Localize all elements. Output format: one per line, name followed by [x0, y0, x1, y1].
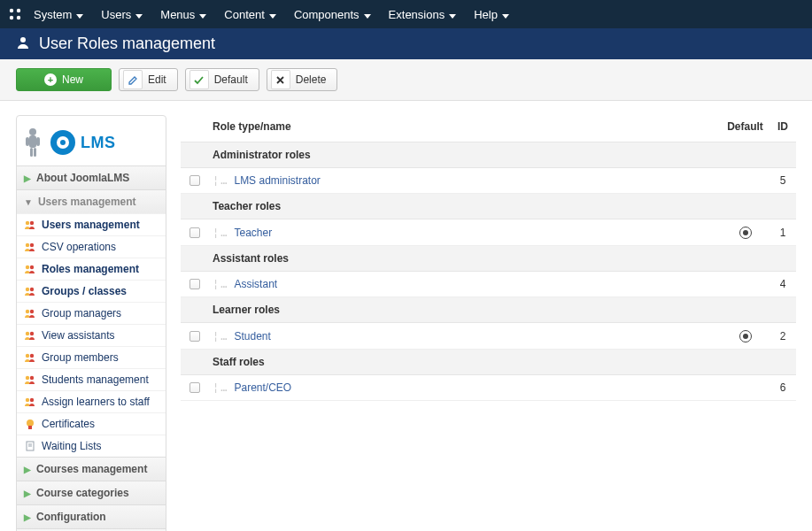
new-button-label: New	[62, 73, 83, 86]
row-id-cell: 2	[769, 330, 796, 342]
role-name-link[interactable]: Teacher	[234, 227, 272, 239]
joomla-icon[interactable]	[7, 6, 23, 22]
row-default-cell	[721, 226, 769, 239]
sidebar-section[interactable]: ▶Course categories	[17, 481, 166, 504]
page-title: User Roles management	[39, 35, 215, 53]
sidebar-item[interactable]: Users management	[17, 213, 166, 235]
sidebar-item-label: Students management	[42, 373, 149, 386]
svg-point-1	[17, 9, 20, 12]
nav-item-components[interactable]: Components	[294, 8, 371, 21]
svg-point-28	[30, 398, 34, 402]
triangle-icon: ▶	[24, 465, 31, 474]
default-indicator-icon[interactable]	[739, 330, 752, 342]
svg-point-21	[26, 332, 29, 335]
table-row: ¦…Assistant4	[181, 272, 796, 297]
default-button[interactable]: Default	[185, 68, 259, 91]
nav-item-content[interactable]: Content	[224, 8, 276, 21]
caret-down-icon	[199, 8, 206, 21]
role-name-link[interactable]: Parent/CEO	[234, 381, 291, 394]
col-name-header[interactable]: Role type/name	[213, 120, 721, 133]
row-default-cell	[721, 329, 769, 342]
triangle-icon: ▼	[24, 197, 33, 207]
users-icon	[24, 330, 36, 341]
sidebar-section[interactable]: ▶About JoomlaLMS	[17, 165, 166, 189]
sidebar-item-label: Group members	[42, 351, 119, 364]
logo-text: LMS	[81, 134, 116, 152]
sidebar-item[interactable]: CSV operations	[17, 235, 166, 258]
row-checkbox[interactable]	[189, 331, 200, 342]
sidebar-section-label: Courses management	[36, 463, 147, 475]
svg-point-13	[26, 243, 29, 247]
plus-icon: +	[44, 73, 57, 86]
default-indicator-icon[interactable]	[739, 227, 752, 239]
svg-point-12	[30, 221, 34, 225]
nav-item-help[interactable]: Help	[474, 8, 509, 21]
row-checkbox[interactable]	[189, 382, 200, 393]
delete-button[interactable]: Delete	[267, 68, 338, 91]
row-checkbox[interactable]	[189, 175, 200, 186]
svg-point-11	[26, 221, 29, 225]
delete-icon	[271, 70, 290, 89]
tree-indent-icon: ¦…	[213, 227, 228, 239]
row-checkbox[interactable]	[189, 279, 200, 289]
sidebar-item-label: Users management	[42, 219, 140, 231]
sidebar-item[interactable]: View assistants	[17, 324, 166, 346]
tree-indent-icon: ¦…	[213, 330, 228, 342]
sidebar-section-label: Configuration	[36, 511, 106, 523]
table-group-row: Assistant roles	[181, 246, 796, 272]
nav-item-label: Help	[474, 8, 498, 21]
sidebar-item-label: View assistants	[42, 329, 114, 342]
sidebar-item[interactable]: Assign learners to staff	[17, 390, 166, 412]
triangle-icon: ▶	[24, 173, 31, 183]
caret-down-icon	[76, 8, 83, 21]
svg-point-19	[26, 310, 29, 313]
user-icon	[16, 35, 30, 53]
svg-point-15	[26, 266, 29, 269]
sidebar-section[interactable]: ▶Configuration	[17, 504, 166, 528]
svg-point-27	[26, 398, 29, 402]
role-name-link[interactable]: Student	[234, 330, 270, 342]
row-checkbox[interactable]	[189, 227, 200, 238]
doc-icon	[24, 441, 36, 451]
caret-down-icon	[449, 8, 456, 21]
sidebar-section[interactable]: ▶Courses management	[17, 457, 166, 481]
cert-icon	[24, 419, 36, 429]
edit-button[interactable]: Edit	[119, 68, 178, 91]
table-row: ¦…Teacher1	[181, 219, 796, 246]
nav-item-extensions[interactable]: Extensions	[389, 8, 457, 21]
users-icon	[24, 396, 36, 407]
top-nav: SystemUsersMenusContentComponentsExtensi…	[0, 0, 812, 28]
sidebar-section-label: Users management	[38, 196, 136, 208]
new-button[interactable]: + New	[16, 68, 112, 91]
role-name-link[interactable]: Assistant	[234, 278, 277, 290]
svg-point-0	[10, 9, 13, 12]
nav-item-label: Components	[294, 8, 360, 21]
table-header: Role type/name Default ID	[181, 115, 796, 142]
main-content: Role type/name Default ID Administrator …	[181, 115, 796, 401]
sidebar-item[interactable]: Roles management	[17, 258, 166, 280]
col-id-header[interactable]: ID	[769, 120, 796, 133]
sidebar-item[interactable]: Students management	[17, 368, 166, 390]
sidebar-item[interactable]: Groups / classes	[17, 280, 166, 302]
sidebar-item[interactable]: Waiting Lists	[17, 435, 166, 457]
edit-button-label: Edit	[148, 73, 166, 86]
role-name-link[interactable]: LMS administrator	[234, 174, 320, 187]
svg-point-18	[30, 288, 34, 291]
nav-item-users[interactable]: Users	[101, 8, 143, 21]
users-icon	[24, 352, 36, 363]
users-icon	[24, 308, 36, 319]
nav-item-label: Menus	[160, 8, 195, 21]
sidebar-item[interactable]: Certificates	[17, 412, 166, 435]
svg-rect-9	[30, 148, 33, 157]
tree-indent-icon: ¦…	[213, 278, 228, 290]
nav-item-menus[interactable]: Menus	[160, 8, 206, 21]
nav-item-system[interactable]: System	[34, 8, 83, 21]
sidebar-item[interactable]: Group managers	[17, 302, 166, 324]
col-default-header[interactable]: Default	[721, 120, 769, 133]
users-icon	[24, 242, 36, 252]
svg-rect-30	[28, 426, 32, 429]
table-row: ¦…LMS administrator5	[181, 168, 796, 194]
nav-item-label: System	[34, 8, 72, 21]
sidebar-section[interactable]: ▼Users management	[17, 189, 166, 213]
sidebar-item[interactable]: Group members	[17, 346, 166, 368]
